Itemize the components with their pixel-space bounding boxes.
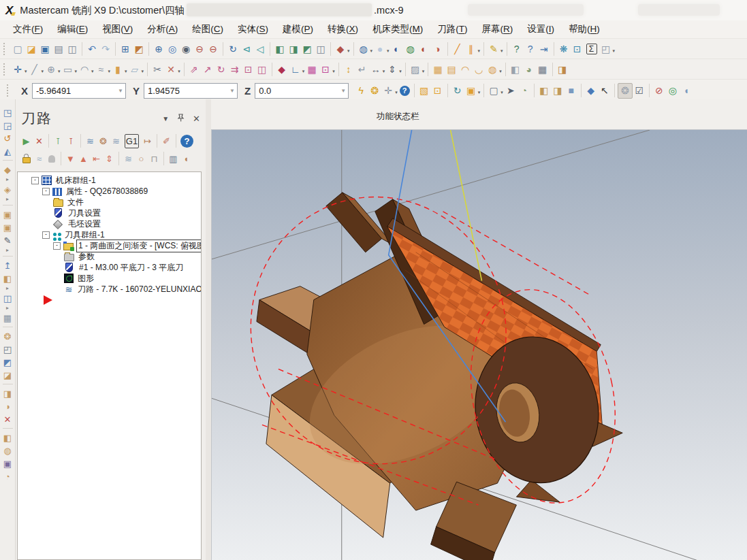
create-surface-icon[interactable]: ▱▾: [128, 62, 145, 76]
toolpath-params-icon[interactable]: ⊓: [148, 152, 161, 165]
gear-tool-icon[interactable]: ❂: [1, 330, 14, 342]
smart-dimension-icon[interactable]: ↕: [342, 62, 355, 76]
only-display-selected-icon[interactable]: ≋: [122, 152, 135, 165]
pick-back-face-icon[interactable]: ◆: [584, 84, 598, 98]
select-arrow-icon[interactable]: ➤: [504, 84, 518, 98]
select-method-icon[interactable]: ▢▾: [487, 84, 504, 98]
cplane-line-icon[interactable]: ╱: [451, 42, 464, 56]
view-side-icon[interactable]: ◩: [300, 42, 314, 56]
command-window-icon[interactable]: ⊡: [571, 42, 584, 56]
zoom-target-icon[interactable]: ◎: [165, 42, 179, 56]
shading-menu-icon[interactable]: ●▾: [373, 42, 390, 56]
panel-pin-button[interactable]: [177, 114, 185, 123]
solids-manager-icon[interactable]: ◆: [1, 163, 14, 176]
xform-offset-icon[interactable]: ⇉: [228, 62, 242, 76]
solid-result-icon[interactable]: ◆: [275, 62, 289, 76]
solid-edit-icon[interactable]: ◈: [1, 183, 14, 195]
analyze-chain-icon[interactable]: ⇥: [537, 42, 551, 56]
gear-state-icon[interactable]: ❂: [618, 83, 633, 99]
backplot-icon[interactable]: ≋: [84, 135, 97, 148]
graphics-canvas[interactable]: [211, 129, 747, 560]
view-previous-icon[interactable]: ◁: [253, 42, 267, 56]
menu-a[interactable]: 分析(A): [144, 22, 181, 37]
panel-menu-button[interactable]: ▼: [162, 115, 169, 122]
create-point-icon[interactable]: ✛▾: [11, 62, 28, 76]
tree-expander[interactable]: -: [42, 188, 50, 195]
grid-icon[interactable]: ▦: [305, 62, 319, 76]
save-icon[interactable]: ▣: [38, 42, 52, 56]
cplane-lines-icon[interactable]: ∥▾: [464, 42, 481, 56]
view-iso-icon[interactable]: ◧: [273, 42, 287, 56]
clip-ops-icon[interactable]: ◖: [180, 152, 193, 165]
tree-item-tool-settings[interactable]: 刀具设置: [18, 208, 201, 218]
post-g1-icon[interactable]: G1: [123, 134, 141, 148]
fit-screen-icon[interactable]: ⊞: [118, 42, 132, 56]
open-file-icon[interactable]: ◪: [25, 42, 38, 56]
surface-revolve-icon[interactable]: ◍▾: [486, 62, 503, 76]
menu-e[interactable]: 编辑(E): [54, 22, 91, 37]
section-view-icon[interactable]: ◨: [556, 62, 569, 76]
panel-close-button[interactable]: ✕: [193, 114, 200, 124]
import-solid-icon[interactable]: ◲: [1, 119, 14, 131]
surface-flat-icon[interactable]: ▤: [445, 62, 458, 76]
wcs-globe-icon[interactable]: ◍▾: [357, 42, 374, 56]
panel-splitter[interactable]: [206, 99, 211, 560]
create-rect-icon[interactable]: ▭▾: [61, 62, 78, 76]
solid-fillet-icon[interactable]: ◧: [509, 62, 522, 76]
sigma-icon[interactable]: Σ: [584, 44, 599, 54]
combo-caret-icon[interactable]: ▼: [340, 88, 346, 94]
shell-icon[interactable]: ◑: [1, 400, 14, 412]
regen-selected-icon[interactable]: ⊺: [52, 135, 65, 148]
lock-ops-icon[interactable]: [20, 154, 33, 163]
rail-icon-13[interactable]: ▸: [3, 247, 12, 253]
only-verify-selected-icon[interactable]: ○: [135, 152, 148, 165]
menu-s[interactable]: 实体(S): [234, 22, 272, 37]
fastpoint-icon[interactable]: ϟ: [354, 84, 368, 98]
scroll-ops-icon[interactable]: ⇕: [103, 152, 116, 165]
tree-item-insert-marker[interactable]: [18, 295, 201, 306]
note-icon[interactable]: ↵: [355, 62, 369, 76]
tree-item-operation-1[interactable]: -1 - 两曲面之间渐变 - [WCS: 俯视图]: [18, 240, 201, 251]
simplify-icon[interactable]: ◍: [1, 444, 14, 457]
select-solids-icon[interactable]: ◔: [518, 84, 531, 98]
shade-mesh-icon[interactable]: ◍: [404, 42, 417, 56]
edit-feeds-icon[interactable]: ✐: [160, 135, 173, 148]
create-circle-icon[interactable]: ⊕▾: [44, 62, 61, 76]
tree-item-toolpath-file[interactable]: ≋刀路 - 7.7K - 160702-YELUNXIAO.NC: [18, 284, 201, 295]
rail-icon-19[interactable]: ▸: [3, 305, 12, 311]
unselect-all-ops-icon[interactable]: ✕: [33, 135, 46, 148]
gview-menu-icon[interactable]: ◆▾: [334, 42, 351, 56]
shade-wire-icon[interactable]: ◐: [390, 42, 404, 56]
simulate-icon[interactable]: ≋: [110, 135, 123, 148]
xform-copy-icon[interactable]: ↗: [201, 62, 214, 76]
filmstrip-icon[interactable]: ▥: [167, 152, 180, 165]
draft-icon[interactable]: ◨: [1, 387, 14, 399]
axis-icon[interactable]: ∟▾: [289, 62, 306, 76]
menu-r[interactable]: 屏幕(R): [479, 22, 517, 37]
solid-join-icon[interactable]: ◫: [1, 292, 14, 304]
check-body-icon[interactable]: ◔: [1, 470, 14, 482]
solid-cut-icon[interactable]: ◧: [1, 272, 14, 284]
z-coordinate-input[interactable]: 0.0▼: [255, 83, 349, 99]
xform-scale-icon[interactable]: ⊡: [242, 62, 255, 76]
rotate-view-icon[interactable]: ↻: [226, 42, 240, 56]
move-up-icon[interactable]: ▲: [77, 152, 90, 165]
body-split-icon[interactable]: ◩: [1, 356, 14, 368]
insert-arrow-icon[interactable]: ⇤: [90, 152, 103, 165]
zoom-selected-icon[interactable]: ◉: [179, 42, 193, 56]
select-toggle-icon[interactable]: ↻: [451, 84, 464, 98]
autocursor-gear-icon[interactable]: ❂: [368, 84, 381, 98]
tree-item-parameters[interactable]: 参数: [18, 251, 201, 262]
combo-caret-icon[interactable]: ▼: [229, 88, 235, 94]
menu-x[interactable]: 转换(X): [324, 22, 362, 37]
break-icon[interactable]: ✕▾: [164, 62, 181, 76]
xform-rotate-icon[interactable]: ↻: [214, 62, 228, 76]
dynamic-rotate-icon[interactable]: ⊲: [240, 42, 253, 56]
validate-icon[interactable]: ☑: [633, 84, 646, 98]
rail-icon-8[interactable]: ▸: [3, 196, 12, 202]
unzoom-icon[interactable]: ⊖: [193, 42, 206, 56]
xform-translate-icon[interactable]: ⇗: [187, 62, 201, 76]
unzoom-80-icon[interactable]: ⊖: [206, 42, 220, 56]
toolbar-grip[interactable]: [3, 63, 7, 76]
pattern-icon[interactable]: ◰: [1, 343, 14, 355]
